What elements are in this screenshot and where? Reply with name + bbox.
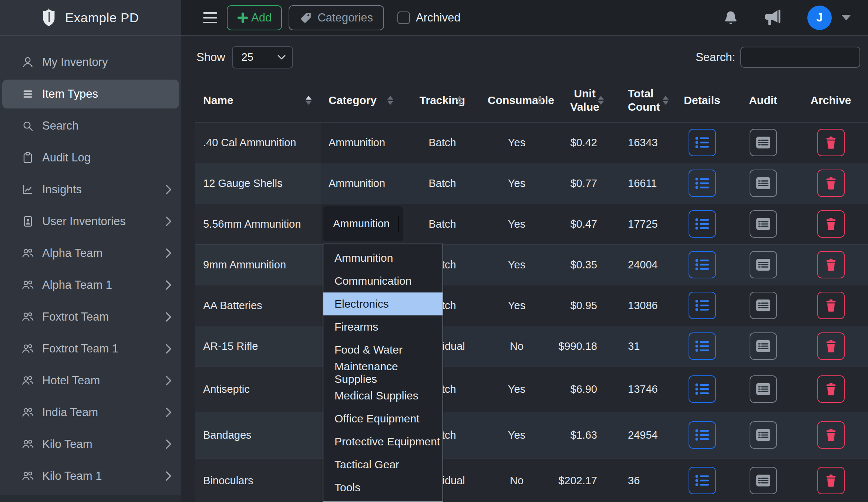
category-option[interactable]: Maintenance Supplies — [323, 361, 443, 384]
chevron-right-icon — [164, 375, 173, 386]
archive-button[interactable] — [817, 375, 845, 403]
cell-consumable: Yes — [465, 285, 546, 326]
details-button[interactable] — [689, 210, 716, 238]
sidebar-item-item-types[interactable]: Item Types — [2, 80, 179, 108]
archive-button[interactable] — [817, 129, 845, 156]
audit-button[interactable] — [750, 251, 777, 278]
audit-button[interactable] — [750, 332, 777, 360]
category-option[interactable]: Ammunition — [323, 247, 443, 270]
audit-button[interactable] — [750, 210, 777, 238]
audit-button[interactable] — [750, 170, 777, 197]
category-option[interactable]: Tools — [323, 476, 443, 499]
sidebar-item-label: Insights — [42, 183, 82, 196]
search-input[interactable] — [740, 47, 860, 68]
notifications-button[interactable] — [723, 10, 739, 26]
cell-consumable: Yes — [465, 412, 546, 458]
column-header-unit-value[interactable]: Unit Value — [546, 78, 607, 122]
column-header-category[interactable]: Category — [321, 78, 404, 122]
sidebar-item-label: User Inventories — [42, 215, 126, 228]
column-header-tracking[interactable]: Tracking — [404, 78, 465, 122]
audit-card-icon — [756, 137, 770, 148]
category-option[interactable]: Firearms — [323, 315, 443, 338]
sidebar-item-hotel-team[interactable]: Hotel Team — [2, 366, 179, 395]
sidebar-item-foxtrot-team[interactable]: Foxtrot Team — [2, 302, 179, 331]
audit-button[interactable] — [750, 292, 777, 319]
audit-card-icon — [756, 299, 770, 311]
chevron-right-icon — [164, 280, 173, 291]
archive-button[interactable] — [817, 170, 845, 197]
user-menu-caret-icon[interactable] — [841, 15, 851, 20]
categories-button[interactable]: Categories — [289, 5, 384, 30]
sidebar-item-label: My Inventory — [42, 56, 108, 69]
sidebar-item-user-inventories[interactable]: User Inventories — [2, 207, 179, 236]
details-button[interactable] — [689, 421, 716, 449]
archive-button[interactable] — [817, 421, 845, 449]
column-header-name[interactable]: Name — [195, 78, 321, 122]
audit-button[interactable] — [750, 129, 777, 156]
add-button[interactable]: Add — [227, 5, 282, 30]
category-edit-select[interactable]: Ammunition — [323, 206, 403, 241]
app-title: Example PD — [65, 10, 139, 25]
list-icon — [695, 259, 709, 271]
category-option[interactable]: Communication — [323, 270, 443, 292]
details-button[interactable] — [689, 292, 716, 319]
page-size-select[interactable]: 25 — [232, 46, 293, 68]
category-option-highlighted[interactable]: Electronics — [323, 292, 443, 315]
archive-button[interactable] — [817, 467, 845, 494]
category-edit-value: Ammunition — [333, 218, 390, 230]
archived-label: Archived — [416, 11, 461, 24]
category-option[interactable]: Office Equipment — [323, 407, 443, 430]
column-header-consumable[interactable]: Consumable — [465, 78, 546, 122]
list-icon — [695, 340, 709, 352]
sidebar-item-foxtrot-team-1[interactable]: Foxtrot Team 1 — [2, 334, 179, 363]
cell-unit-value: $0.35 — [546, 244, 607, 285]
topbar: Add Categories Archived J — [181, 0, 868, 36]
audit-card-icon — [756, 383, 770, 395]
trash-icon — [825, 474, 837, 487]
team-icon — [21, 437, 35, 451]
sidebar-item-label: Alpha Team 1 — [42, 278, 112, 292]
details-button[interactable] — [689, 129, 716, 156]
table-row: 5.56mm Ammunition Batch Yes $0.47 17725 — [195, 204, 868, 244]
cell-tracking: Batch — [404, 204, 465, 244]
sidebar-item-kilo-team-1[interactable]: Kilo Team 1 — [2, 462, 179, 491]
sidebar-item-india-team[interactable]: India Team — [2, 398, 179, 427]
audit-button[interactable] — [750, 467, 777, 494]
audit-button[interactable] — [750, 375, 777, 403]
announcements-button[interactable] — [763, 9, 781, 26]
archive-button[interactable] — [817, 251, 845, 278]
archived-checkbox[interactable] — [397, 11, 410, 24]
archive-button[interactable] — [817, 292, 845, 319]
sidebar-item-search[interactable]: Search — [2, 111, 179, 140]
details-button[interactable] — [689, 332, 716, 360]
sidebar-item-audit-log[interactable]: Audit Log — [2, 143, 179, 172]
list-icon — [695, 299, 709, 311]
sidebar-item-alpha-team-1[interactable]: Alpha Team 1 — [2, 271, 179, 299]
category-option[interactable]: Protective Equipment — [323, 430, 443, 453]
details-button[interactable] — [689, 467, 716, 494]
chevron-right-icon — [164, 407, 173, 418]
page-size-value: 25 — [242, 51, 253, 63]
column-header-total-count[interactable]: Total Count — [607, 78, 672, 122]
details-button[interactable] — [689, 251, 716, 278]
chart-line-icon — [21, 183, 35, 197]
audit-button[interactable] — [750, 421, 777, 449]
sidebar-item-insights[interactable]: Insights — [2, 175, 179, 204]
cell-name: .40 Cal Ammunition — [195, 122, 321, 163]
cell-unit-value: $1.63 — [546, 412, 607, 458]
user-avatar[interactable]: J — [807, 6, 832, 30]
column-header-details: Details — [672, 78, 733, 122]
category-option[interactable]: Tactical Gear — [323, 453, 443, 476]
sidebar-item-my-inventory[interactable]: My Inventory — [2, 48, 179, 77]
sort-icons — [598, 96, 604, 105]
sidebar-item-kilo-team[interactable]: Kilo Team — [2, 430, 179, 459]
category-option[interactable]: Food & Water — [323, 338, 443, 361]
chevron-right-icon — [164, 343, 173, 354]
archive-button[interactable] — [817, 332, 845, 360]
archive-button[interactable] — [817, 210, 845, 238]
menu-toggle-button[interactable] — [203, 12, 217, 23]
category-option[interactable]: Medical Supplies — [323, 384, 443, 407]
sidebar-item-alpha-team[interactable]: Alpha Team — [2, 239, 179, 268]
details-button[interactable] — [689, 375, 716, 403]
details-button[interactable] — [689, 170, 716, 197]
